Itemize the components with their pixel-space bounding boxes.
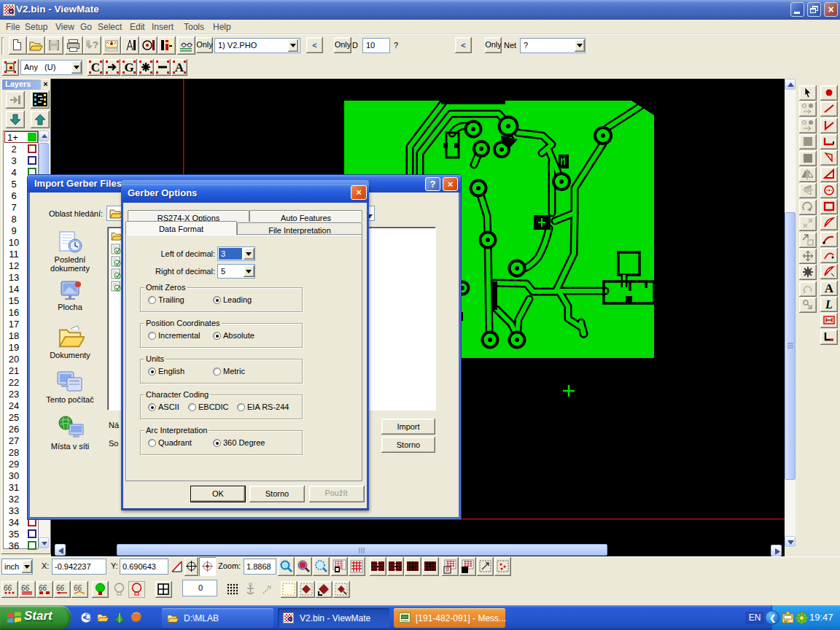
svg-text:66: 66 bbox=[4, 584, 12, 592]
svg-text:A: A bbox=[175, 61, 184, 74]
svg-text:G: G bbox=[124, 61, 133, 74]
svg-text:L: L bbox=[825, 298, 833, 311]
svg-text:A: A bbox=[825, 281, 834, 295]
svg-text:C: C bbox=[91, 61, 100, 74]
svg-text:66: 66 bbox=[21, 584, 30, 592]
svg-text:66: 66 bbox=[39, 584, 47, 592]
svg-text:66: 66 bbox=[74, 584, 82, 592]
svg-text:66: 66 bbox=[56, 584, 65, 592]
